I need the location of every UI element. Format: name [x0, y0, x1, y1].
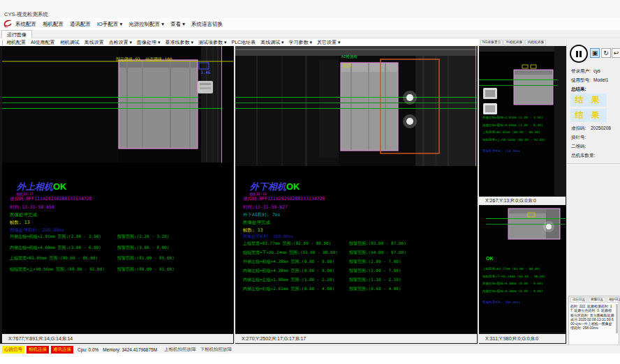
time-line: 时间:13-31-59-627: [243, 204, 288, 211]
menu-item[interactable]: 通讯配置: [70, 21, 91, 28]
toolbar-item[interactable]: 离线调试 ▾: [260, 39, 283, 46]
ng-view-tab[interactable]: 外相机成像: [503, 40, 524, 45]
measurement-text: 外侧左辊=筋辊+4.38mm 范围:(0.00 - 9.00): [243, 259, 334, 265]
menu-item[interactable]: 系统配置: [15, 21, 36, 28]
exit-button[interactable]: ↩: [612, 48, 620, 58]
ng-measure-lines: 上辊宽度=83.77mm (82.00 - 88.00)辊辊宽度=下+95.24…: [482, 267, 545, 296]
middle-camera-panel: AI检测框 外下相机OK 相机ID:1D 虚拟码:0FF1Iim20250208…: [235, 46, 477, 333]
measurement-text: 内侧左辊=筋辊+4.60mm 范围:(3.00 - 6.00): [10, 245, 101, 251]
reset-button[interactable]: ↻: [601, 48, 611, 58]
ng-measure-line: 辊辊宽度=上+90.56mm (88.00 - 92.00): [482, 138, 545, 146]
ng-view-tab[interactable]: 内相机成像: [525, 40, 546, 45]
coordinate-bar-left: X:7677;Y:891;R:14;G:14;B:14: [2, 334, 233, 343]
toolbar-item[interactable]: 基准线参数 ▾: [165, 39, 193, 46]
product-region-outline: [119, 60, 198, 149]
toolbar-item[interactable]: 学习参数 ▾: [289, 39, 312, 46]
middle-camera-image[interactable]: [235, 46, 477, 166]
left-camera-image[interactable]: [2, 46, 233, 162]
ng-measure-line: 上辊宽度=83.05mm (80.00 - 86.00): [482, 130, 545, 138]
app-window: CYS-视觉检测系统 系统配置相机配置通讯配置IO手配置 ▾光源控制配置 ▾查看…: [0, 0, 620, 364]
toolbar-item[interactable]: AI使用配置: [31, 39, 55, 46]
toolbar-item[interactable]: 相机配置: [6, 39, 26, 46]
menu-item[interactable]: 光源控制配置 ▾: [128, 21, 164, 28]
total-result-label: 总结果:: [571, 86, 586, 93]
camera-name: 外下相机: [250, 181, 286, 192]
upper-camera-status: 上相机拍照故障: [164, 347, 196, 353]
measurement-row: 内侧左辊=左辊+1.90mm 范围:(1.00 - 2.20) 报警范围:(1.…: [243, 277, 473, 286]
process-time-line: 图像处理耗时: 298.00ms: [10, 227, 64, 234]
lower-camera-status: 下相机拍照故障: [200, 347, 232, 353]
log-tab[interactable]: 故障日志: [589, 297, 605, 303]
measurement-row: 内侧左辊=筋辊+4.60mm 范围:(3.00 - 6.00) 报警范围:(3.…: [10, 245, 233, 256]
camera-status-ok: OK: [286, 181, 300, 192]
alarm-range-text: 报警范围:(89.00 - 91.00): [117, 266, 175, 273]
ng-view-tab[interactable]: NG成像显示: [480, 40, 503, 45]
pause-button[interactable]: [570, 45, 588, 63]
menu-item[interactable]: IO手配置 ▾: [97, 21, 122, 28]
reset-icon: ↻: [603, 50, 609, 56]
toolbar-item[interactable]: 离线设置: [84, 39, 104, 46]
log-tabs: 运行日志故障日志维护日志: [569, 296, 619, 303]
highlight-glow: [546, 224, 552, 229]
capture-icon: ▣: [592, 50, 598, 56]
coordinate-bar-ng-bottom: X:311;Y:980;R:0;G:0;B:0: [479, 334, 566, 343]
measurement-text: 外侧左辊=筋辊+2.91mm 范围:(2.00 - 3.50): [10, 234, 101, 240]
menu-items: 系统配置相机配置通讯配置IO手配置 ▾光源控制配置 ▾查看 ▾系统语言切换: [15, 21, 229, 28]
left-camera-panel: 固定阈值:93, 动态阈值:100 3.46 外上相机OK 相机ID:1T 虚拟…: [2, 46, 233, 333]
status-badge: 相机连接: [27, 346, 49, 354]
menu-item[interactable]: 相机配置: [43, 21, 64, 28]
log-scrollbar[interactable]: [616, 304, 618, 333]
sidebar-divider: [567, 163, 620, 164]
baseline-yellow-right: [221, 46, 222, 162]
measurement-list: 上辊宽度=83.77mm 范围:(82.00 - 88.00) 报警范围:(83…: [243, 241, 473, 295]
log-tab[interactable]: 运行日志: [570, 297, 587, 303]
measure-line-green-2: [235, 103, 477, 103]
toolbar-item[interactable]: 测试项参数 ▾: [198, 39, 226, 46]
menu-item[interactable]: 查看 ▾: [170, 21, 185, 28]
ng-view-tabs: NG成像显示外相机成像内相机成像: [479, 39, 566, 46]
toolbar-item[interactable]: 相机调试: [60, 39, 80, 46]
status-bar: 心跳信号相机连接通讯连接 Cpu: 0.0% Memory: 3424.4179…: [0, 344, 620, 354]
highlight-glow-2: [406, 118, 413, 125]
status-badge: 通讯连接: [51, 346, 73, 354]
measurement-text: 上辊宽度=83.77mm 范围:(82.00 - 88.00): [243, 241, 331, 247]
menu-item[interactable]: 系统语言切换: [191, 21, 223, 28]
app-logo-icon: [2, 19, 13, 29]
tab-run-image[interactable]: 运行图像: [1, 30, 32, 38]
measure-line-green-2: [2, 103, 198, 103]
title-bar: CYS-视觉检测系统: [0, 0, 620, 18]
ai-time-line: 外下AI耗时: 7ms: [243, 212, 280, 218]
process-done-line: 图像处理完成: [10, 212, 37, 218]
process-done-line: 图像处理完成: [243, 220, 270, 226]
product-region-outline: [514, 70, 553, 105]
frame-count-line: 帧数: 13: [243, 227, 263, 234]
log-tab[interactable]: 维护日志: [607, 297, 620, 303]
toolbar-item[interactable]: 点检设置 ▾: [109, 39, 132, 46]
alarm-range-text: 报警范围:(1.10 - 2.10): [349, 277, 401, 283]
toolbar-item[interactable]: 其它设置 ▾: [317, 39, 340, 46]
alarm-range-text: 报警范围:(94.00 - 97.00): [349, 250, 406, 256]
coordinate-bar-middle: X:270;Y:2502;R:17;G:17;B:17: [235, 334, 477, 343]
ai-box-overlay-label: AI检测框: [341, 54, 357, 59]
status-badges: 心跳信号相机连接通讯连接: [2, 346, 73, 354]
process-time-line: 图像处理耗时: 180.00ms: [243, 234, 293, 240]
pin-number-label: 插针号:: [571, 135, 586, 141]
virtual-code-value: 20250208: [591, 126, 611, 130]
alarm-range-text: 报警范围:(0.60 - 4.00): [349, 286, 401, 292]
measurement-list: 外侧左辊=筋辊+2.91mm 范围:(2.00 - 3.50) 报警范围:(2.…: [10, 234, 233, 277]
ng-bottom-panel: OK 上辊宽度=83.77mm (82.00 - 88.00)辊辊宽度=下+95…: [479, 206, 566, 333]
measure-overlay-value: 3.46: [200, 70, 210, 75]
login-user-value: cys: [593, 68, 600, 73]
toolbar-item[interactable]: PLC地址表: [232, 39, 256, 46]
measurement-row: 内侧左辊=右辊+2.61mm 范围:(0.60 - 4.00) 报警范围:(0.…: [243, 286, 473, 295]
qr-code-label: 二维码:: [571, 144, 586, 150]
toolbar-item[interactable]: 图像处理 ▾: [137, 39, 160, 46]
alarm-range-text: 报警范围:(2.20 - 3.20): [117, 234, 170, 240]
result-box-2: 结 果: [570, 109, 607, 122]
measure-line-green-2: [479, 85, 557, 86]
measure-line-green-3: [2, 108, 221, 109]
camera-name: 外上相机: [17, 181, 53, 192]
ng-measure-line: 内侧左辊=筋辊+4.60mm (3.00 - 6.00): [482, 123, 545, 131]
alarm-range-text: 报警范围:(83.00 - 87.00): [349, 241, 406, 247]
capture-button[interactable]: ▣: [590, 48, 600, 58]
